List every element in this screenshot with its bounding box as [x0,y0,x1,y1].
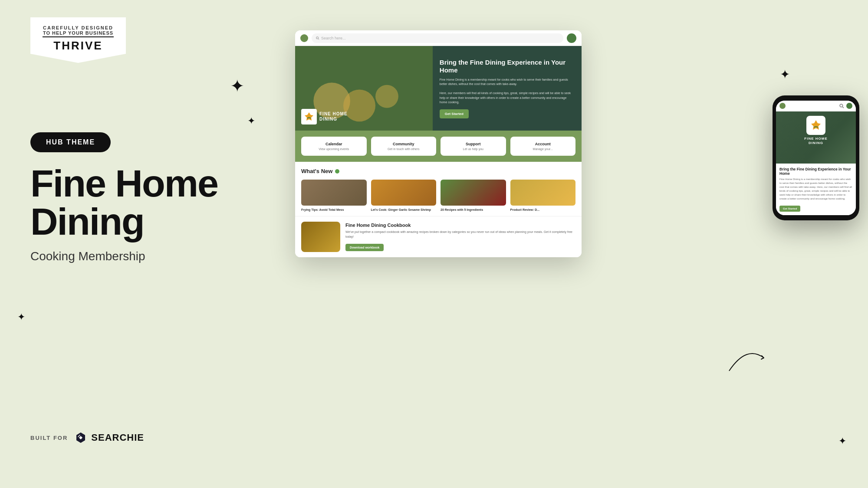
nav-card-support-title: Support [445,142,502,146]
subtitle: Cooking Membership [30,249,145,263]
search-icon [316,36,319,40]
left-panel: CAREFULLY DESIGNED TO HELP YOUR BUSINESS… [0,0,269,488]
mobile-menu-icon[interactable] [846,103,852,109]
article-title-1: Frying Tips: Avoid Total Mess [301,208,367,212]
mobile-browser-logo [779,103,786,109]
article-thumb-3 [441,180,506,206]
article-title-2: Let's Cook: Ginger Garlic Sesame Shrimp [371,208,437,212]
nav-card-community-title: Community [375,142,432,146]
mobile-brand-name: FINE HOME DINING [804,137,827,145]
browser-bar: Search here... [295,30,582,46]
svg-line-1 [318,39,319,39]
banner-line2: TO HELP YOUR BUSINESS [43,30,114,36]
star-decoration-3: ✦ [17,312,25,322]
articles-row: Frying Tips: Avoid Total Mess Let's Cook… [301,180,575,212]
searchie-name: SEARCHIE [91,432,144,443]
nav-card-support-sub: Let us help you [445,147,502,151]
mobile-text-section: Bring the Fine Dining Experience in Your… [776,164,856,215]
nav-card-support[interactable]: Support Let us help you [441,137,506,156]
mobile-mockup: FINE HOME DINING Bring the Fine Dining E… [773,95,859,220]
hero-description: Fine Home Dining is a membership meant f… [440,78,575,105]
nav-card-account-title: Account [515,142,572,146]
article-title-4: Product Review: D... [510,208,576,212]
mobile-hero-content: FINE HOME DINING [776,111,856,148]
mobile-hero: FINE HOME DINING [776,111,856,164]
searchie-logo: SEARCHIE [74,431,144,445]
mobile-browser-bar [776,101,856,111]
svg-point-3 [840,104,843,107]
article-thumb-4 [510,180,576,206]
mobile-logo-icon [808,118,824,133]
banner-thrive: THRIVE [43,36,114,52]
nav-cards-section: Calendar View upcoming events Community … [295,131,582,162]
mobile-description: Fine Home Dining is a membership meant f… [779,177,852,201]
whats-new-header: What's New [301,168,575,174]
mobile-browser-icons [839,103,852,109]
searchie-icon [74,431,88,445]
live-indicator [335,169,339,174]
nav-card-account-sub: Manage your... [515,147,572,151]
fine-dining-logo-icon [301,109,317,124]
whats-new-title: What's New [301,168,332,174]
hero-logo-text: FINE HOME DINING [319,111,348,122]
nav-card-community[interactable]: Community Get in touch with others [371,137,437,156]
svg-line-4 [842,107,844,108]
mobile-hero-title: Bring the Fine Dining Experience in Your… [779,167,852,176]
browser-search-bar[interactable]: Search here... [312,33,563,43]
search-placeholder-text: Search here... [321,36,346,40]
hub-theme-badge: HUB THEME [30,132,111,152]
hero-cta-button[interactable]: Get Started [440,109,469,118]
cookbook-download-button[interactable]: Download workbook [345,244,384,251]
nav-card-calendar[interactable]: Calendar View upcoming events [301,137,367,156]
hero-content: Bring the Fine Dining Experience in Your… [433,46,582,131]
banner-line1: CAREFULLY DESIGNED [43,25,114,30]
article-card-1[interactable]: Frying Tips: Avoid Total Mess [301,180,367,212]
star-decoration-right-1: ✦ [780,67,790,82]
nav-card-account[interactable]: Account Manage your... [510,137,576,156]
star-decoration-right-2: ✦ [838,436,846,447]
star-decoration-1: ✦ [230,77,245,95]
arrow-decoration [725,341,768,375]
article-thumb-1 [301,180,367,206]
mobile-cta-button[interactable]: Get Started [779,206,800,212]
article-card-2[interactable]: Let's Cook: Ginger Garlic Sesame Shrimp [371,180,437,212]
user-avatar[interactable] [567,33,576,43]
top-banner: CAREFULLY DESIGNED TO HELP YOUR BUSINESS… [30,17,126,63]
built-for-section: BUILT FOR SEARCHIE [30,431,144,445]
mobile-search-icon[interactable] [839,104,844,108]
built-for-label: BUILT FOR [30,435,68,441]
article-card-3[interactable]: 20 Recipes with 5 Ingredients [441,180,506,212]
nav-card-community-sub: Get in touch with others [375,147,432,151]
hero-title: Bring the Fine Dining Experience in Your… [440,59,575,74]
cookbook-title: Fine Home Dining Cookbook [345,223,575,228]
svg-point-0 [316,36,319,39]
whats-new-section: What's New Frying Tips: Avoid Total Mess… [295,162,582,216]
star-decoration-2: ✦ [247,116,255,126]
hero-section: FINE HOME DINING Bring the Fine Dining E… [295,46,582,131]
nav-card-calendar-title: Calendar [306,142,362,146]
mobile-screen: FINE HOME DINING Bring the Fine Dining E… [776,101,856,215]
main-title: Fine Home Dining [30,164,218,241]
article-title-3: 20 Recipes with 5 Ingredients [441,208,506,212]
hero-image: FINE HOME DINING [295,46,433,131]
article-thumb-2 [371,180,437,206]
cookbook-section: Fine Home Dining Cookbook We've put toge… [295,216,582,257]
browser-logo [300,34,308,42]
right-panel: Search here... FINE HOME DINING [269,0,868,488]
cookbook-content: Fine Home Dining Cookbook We've put toge… [345,223,575,251]
mobile-logo-box [806,116,825,135]
article-card-4[interactable]: Product Review: D... [510,180,576,212]
nav-card-calendar-sub: View upcoming events [306,147,362,151]
hero-logo: FINE HOME DINING [301,109,348,124]
cookbook-description: We've put together a compact cookbook wi… [345,230,575,239]
desktop-mockup: Search here... FINE HOME DINING [295,30,582,257]
cookbook-thumbnail [301,222,340,252]
